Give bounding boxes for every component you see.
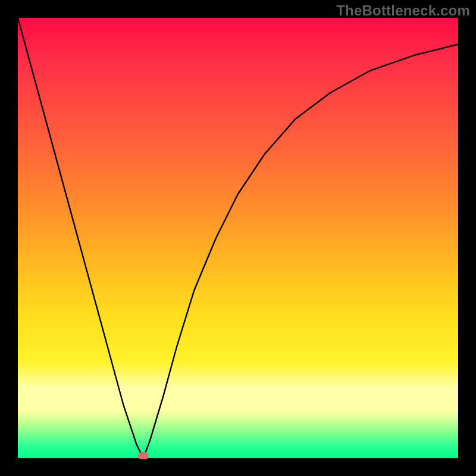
bottleneck-curve [18, 18, 458, 458]
watermark: TheBottleneck.com [336, 2, 470, 19]
chart-frame: TheBottleneck.com [0, 0, 476, 476]
plot-area [18, 18, 458, 458]
optimum-marker [138, 452, 149, 459]
